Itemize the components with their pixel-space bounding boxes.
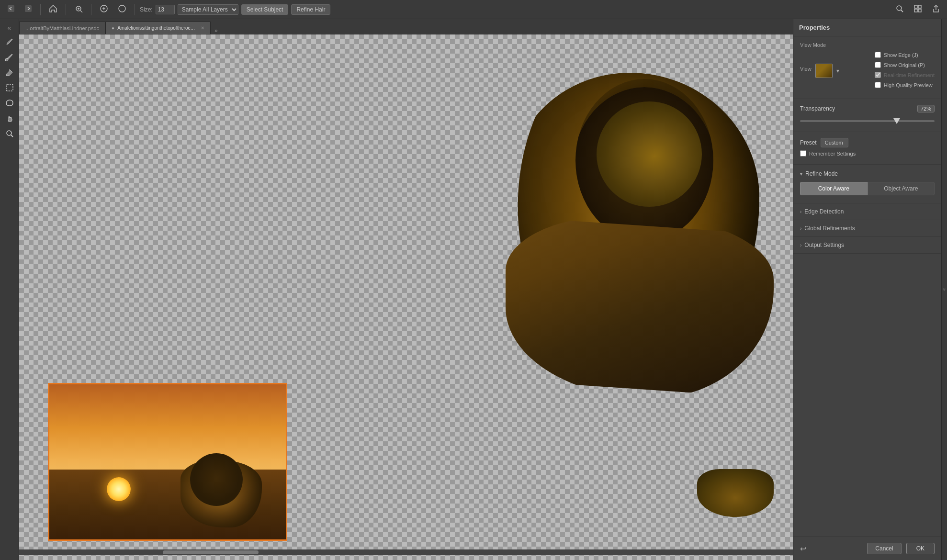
right-toolbar-icons [892, 2, 943, 17]
thumbnail-lion-mane [190, 453, 243, 506]
circle-button[interactable] [114, 2, 130, 17]
preset-row: Preset Custom Default Hair/Fur Portrait [800, 138, 935, 147]
size-label: Size: [140, 6, 153, 13]
tab-more[interactable]: » [211, 27, 222, 34]
high-quality-checkbox[interactable] [875, 82, 881, 88]
output-settings-section[interactable]: › Output Settings [793, 237, 941, 254]
high-quality-label: High Quality Preview [884, 82, 933, 88]
lion-body-lower [506, 216, 774, 398]
show-edge-checkbox[interactable] [875, 52, 881, 58]
size-input[interactable] [156, 5, 175, 14]
hand-tool[interactable] [2, 111, 17, 125]
layout-icon-button[interactable] [911, 2, 925, 17]
preset-select[interactable]: Custom Default Hair/Fur Portrait [821, 138, 848, 147]
add-button[interactable] [96, 2, 112, 17]
refine-hair-button[interactable]: Refine Hair [291, 4, 330, 15]
scrollbar-thumb[interactable] [163, 550, 259, 554]
properties-title: Properties [799, 24, 830, 31]
preset-section: Preset Custom Default Hair/Fur Portrait … [793, 132, 941, 165]
svg-line-18 [11, 135, 13, 137]
nav-forward-button[interactable] [21, 2, 35, 17]
edge-detection-section[interactable]: › Edge Detection [793, 203, 941, 220]
svg-point-9 [897, 6, 902, 11]
realtime-row: Real-time Refinement [875, 72, 935, 78]
brush-tool[interactable] [2, 34, 17, 49]
lasso-tool[interactable] [2, 96, 17, 110]
global-refinements-section[interactable]: › Global Refinements [793, 220, 941, 237]
object-aware-button[interactable]: Object Aware [868, 182, 935, 195]
realtime-label: Real-time Refinement [884, 72, 935, 78]
cancel-button[interactable]: Cancel [867, 543, 901, 554]
refine-mode-header[interactable]: ▾ Refine Mode [800, 170, 935, 177]
transparency-header-row: Transparency 72% [800, 105, 935, 112]
output-settings-label: Output Settings [804, 242, 844, 248]
transparency-slider-track [800, 120, 935, 122]
tab-psdc-label: ...ortraitByMatthiasLindner.psdc [25, 25, 99, 31]
remember-settings-label: Remember Settings [809, 151, 856, 157]
left-collapse-arrow[interactable]: « [6, 22, 13, 34]
tab-jpeg-close-dot: ● [112, 25, 114, 31]
edge-detection-label: Edge Detection [804, 208, 844, 215]
tab-bar: ...ortraitByMatthiasLindner.psdc ● Amale… [19, 19, 793, 34]
transparency-section: Transparency 72% [793, 99, 941, 132]
top-toolbar: Size: Sample All Layers Select Subject R… [0, 0, 947, 19]
lion-paw-right [697, 469, 774, 517]
tab-jpeg[interactable]: ● AmalelionissittingonthetopoftherockIoo… [105, 22, 211, 34]
search-icon-button[interactable] [892, 2, 907, 17]
ok-button[interactable]: OK [906, 543, 935, 554]
view-mode-section: View Mode View ▾ Show Edge (J) Show Orig… [793, 36, 941, 99]
brush-tool-button[interactable] [71, 2, 86, 17]
svg-rect-0 [8, 5, 14, 12]
high-quality-row: High Quality Preview [875, 82, 935, 88]
selection-tool[interactable] [2, 80, 17, 95]
select-subject-button[interactable]: Select Subject [241, 4, 289, 15]
show-original-row: Show Original (P) [875, 62, 935, 68]
show-original-label: Show Original (P) [884, 62, 925, 68]
refine-mode-section: ▾ Refine Mode Color Aware Object Aware [793, 165, 941, 203]
view-thumbnail [815, 64, 833, 78]
horizontal-scrollbar[interactable] [19, 549, 793, 555]
nav-back-button[interactable] [4, 2, 18, 17]
color-aware-button[interactable]: Color Aware [800, 182, 868, 195]
divider-3 [91, 4, 91, 15]
svg-rect-14 [918, 9, 921, 12]
show-edge-label: Show Edge (J) [884, 52, 918, 58]
transparency-slider-thumb [893, 118, 900, 124]
panel-spacer [793, 254, 941, 537]
tab-jpeg-label: AmalelionissittingonthetopoftherockIooki… [117, 25, 196, 31]
divider-4 [135, 4, 135, 15]
output-settings-arrow: › [800, 243, 801, 248]
transparency-value: 72% [917, 105, 935, 112]
global-refinements-arrow: › [800, 226, 801, 231]
home-button[interactable] [45, 2, 61, 17]
remember-settings-row: Remember Settings [800, 150, 935, 157]
tab-jpeg-close-icon[interactable]: ✕ [201, 25, 204, 31]
content-column: ...ortraitByMatthiasLindner.psdc ● Amale… [19, 19, 793, 560]
layer-select[interactable]: Sample All Layers [178, 4, 238, 15]
transparency-label: Transparency [800, 105, 835, 112]
svg-point-3 [78, 8, 79, 10]
divider-2 [66, 4, 66, 15]
left-toolbar: « [0, 19, 19, 560]
refine-mode-label: Refine Mode [805, 170, 838, 177]
erase-tool[interactable] [2, 65, 17, 79]
refine-mode-buttons: Color Aware Object Aware [800, 182, 935, 195]
tab-psdc[interactable]: ...ortraitByMatthiasLindner.psdc [19, 22, 105, 34]
view-row: View ▾ Show Edge (J) Show Original (P) R… [800, 52, 935, 90]
canvas-wrapper[interactable] [19, 34, 793, 560]
undo-button[interactable]: ↩ [800, 544, 806, 553]
right-collapse-button[interactable]: » [941, 19, 947, 560]
zoom-tool[interactable] [2, 126, 17, 141]
panel-bottom-buttons: ↩ Cancel OK [793, 537, 941, 560]
lion-head [597, 101, 702, 207]
remember-settings-checkbox[interactable] [800, 150, 806, 157]
svg-rect-1 [25, 5, 32, 12]
share-icon-button[interactable] [929, 2, 943, 17]
svg-point-17 [7, 131, 11, 135]
smudge-tool[interactable] [2, 50, 17, 64]
show-original-checkbox[interactable] [875, 62, 881, 68]
view-dropdown-button[interactable]: ▾ [836, 67, 839, 74]
transparency-slider[interactable] [800, 116, 935, 126]
properties-panel: Properties View Mode View ▾ Show Edge (J… [793, 19, 941, 560]
svg-line-10 [901, 10, 903, 12]
